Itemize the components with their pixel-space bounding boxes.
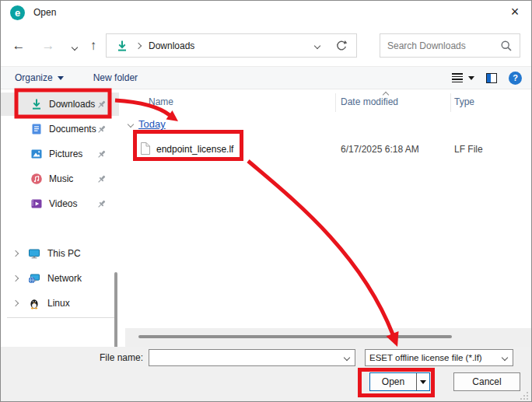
view-dropdown-icon[interactable] xyxy=(468,76,474,80)
horizontal-scrollbar-thumb[interactable] xyxy=(138,335,452,338)
sidebar-item-label: Pictures xyxy=(49,149,82,159)
open-button-label[interactable]: Open xyxy=(370,373,416,390)
pin-icon[interactable] xyxy=(96,124,107,135)
address-dropdown-icon[interactable] xyxy=(314,42,320,48)
sidebar-item-videos[interactable]: Videos xyxy=(1,192,119,215)
file-name-dropdown-icon[interactable] xyxy=(344,355,350,361)
file-name-label: File name: xyxy=(1,349,143,366)
organize-dropdown-icon xyxy=(58,76,64,80)
file-type: LF File xyxy=(454,144,483,155)
new-folder-button[interactable]: New folder xyxy=(93,72,138,83)
documents-icon xyxy=(30,123,43,135)
column-separator[interactable] xyxy=(335,93,336,112)
linux-tux-icon xyxy=(28,297,40,309)
up-button[interactable]: ↑ xyxy=(84,25,103,66)
refresh-icon[interactable] xyxy=(335,40,348,52)
back-button[interactable]: ← xyxy=(9,25,28,66)
pin-icon[interactable] xyxy=(96,199,107,209)
recent-locations-dropdown[interactable] xyxy=(65,25,84,66)
music-icon xyxy=(30,173,43,185)
file-type-select[interactable]: ESET offline license file (*.lf) xyxy=(365,349,513,366)
group-label[interactable]: Today xyxy=(138,118,166,130)
sidebar-item-label: Videos xyxy=(49,198,77,209)
navigation-bar: ← → ↑ Downloads xyxy=(1,25,531,66)
cancel-button[interactable]: Cancel xyxy=(453,372,520,391)
sidebar-item-linux[interactable]: Linux xyxy=(1,292,119,315)
sidebar-item-label: Documents xyxy=(49,124,96,135)
group-collapse-chevron-icon[interactable] xyxy=(128,121,134,127)
column-header-date-modified[interactable]: Date modified xyxy=(341,96,398,107)
expand-chevron-icon[interactable] xyxy=(12,250,19,257)
videos-icon xyxy=(30,198,43,210)
close-icon[interactable]: × xyxy=(502,1,528,25)
pin-icon[interactable] xyxy=(96,100,107,110)
search-input[interactable] xyxy=(380,40,500,51)
column-header-name[interactable]: Name xyxy=(149,96,173,107)
pin-icon[interactable] xyxy=(96,174,107,184)
sidebar-item-label: This PC xyxy=(47,248,81,259)
file-row[interactable]: endpoint_license.lf 6/17/2025 6:18 AM LF… xyxy=(125,141,531,159)
group-header-today[interactable]: Today xyxy=(128,118,166,130)
sidebar-separator xyxy=(7,317,114,318)
sidebar-item-documents[interactable]: Documents xyxy=(1,117,119,141)
column-header-type[interactable]: Type xyxy=(454,96,474,107)
file-name-input[interactable] xyxy=(149,351,345,364)
forward-button[interactable]: → xyxy=(39,25,58,66)
column-separator[interactable] xyxy=(450,93,451,112)
preview-pane-icon[interactable] xyxy=(486,73,497,83)
pictures-icon xyxy=(30,148,43,160)
eset-logo-icon: e xyxy=(10,5,25,20)
sidebar-item-downloads[interactable]: Downloads xyxy=(1,93,119,116)
organize-label: Organize xyxy=(15,72,53,83)
search-icon[interactable] xyxy=(500,40,513,52)
sidebar-item-this-pc[interactable]: This PC xyxy=(1,242,119,265)
pin-icon[interactable] xyxy=(96,149,107,159)
sidebar-item-network[interactable]: Network xyxy=(1,267,119,290)
horizontal-scrollbar-track[interactable] xyxy=(125,328,531,347)
navigation-pane: Downloads Documents xyxy=(1,89,125,347)
sidebar-item-label: Music xyxy=(49,173,73,184)
sidebar-item-pictures[interactable]: Pictures xyxy=(1,142,119,166)
file-date-modified: 6/17/2025 6:18 AM xyxy=(341,144,419,155)
dialog-footer: File name: ESET offline license file (*.… xyxy=(1,347,531,402)
this-pc-icon xyxy=(28,247,40,260)
view-list-icon[interactable] xyxy=(452,73,463,82)
file-name[interactable]: endpoint_license.lf xyxy=(156,144,233,155)
cancel-button-label: Cancel xyxy=(472,376,501,387)
file-name-combobox xyxy=(149,349,355,366)
open-button-dropdown[interactable] xyxy=(417,373,429,390)
organize-button[interactable]: Organize xyxy=(15,72,64,83)
breadcrumb-chevron-icon xyxy=(135,42,142,48)
file-type-selected-value: ESET offline license file (*.lf) xyxy=(366,353,502,362)
file-list-pane: Name Date modified Type Today endpoint_l… xyxy=(125,89,531,328)
title-bar: e Open × xyxy=(1,1,531,25)
new-folder-label: New folder xyxy=(93,72,138,83)
sidebar-item-label: Network xyxy=(47,273,82,284)
command-bar: Organize New folder ? xyxy=(1,66,531,89)
open-button[interactable]: Open xyxy=(369,372,430,391)
sidebar-item-label: Linux xyxy=(47,298,70,309)
file-icon xyxy=(140,142,151,156)
network-icon xyxy=(28,272,40,285)
resize-grip[interactable] xyxy=(520,391,529,400)
sidebar-item-label: Downloads xyxy=(49,99,95,110)
open-dialog: e Open × ← → ↑ Downloads xyxy=(0,0,532,402)
download-location-icon xyxy=(116,40,128,52)
expand-chevron-icon[interactable] xyxy=(12,300,19,306)
address-bar[interactable]: Downloads xyxy=(106,33,357,58)
search-box xyxy=(380,33,520,58)
downloads-icon xyxy=(30,98,43,110)
file-type-dropdown-icon[interactable] xyxy=(502,355,508,361)
breadcrumb-location[interactable]: Downloads xyxy=(149,40,194,51)
sidebar-item-music[interactable]: Music xyxy=(1,167,119,191)
expand-chevron-icon[interactable] xyxy=(12,275,19,281)
window-title: Open xyxy=(33,1,56,25)
help-icon[interactable]: ? xyxy=(509,72,522,85)
